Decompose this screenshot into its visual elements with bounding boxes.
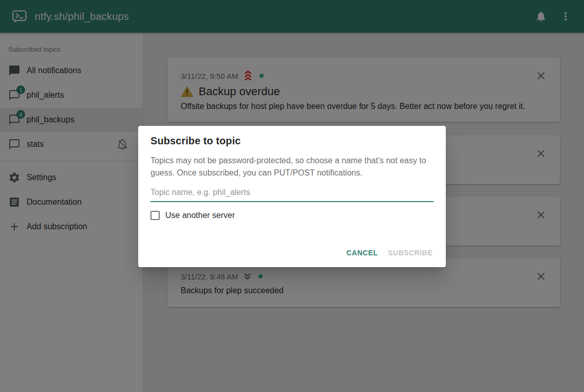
checkbox-label: Use another server (165, 211, 235, 220)
dialog-description: Topics may not be password-protected, so… (150, 155, 434, 179)
cancel-button[interactable]: CANCEL (341, 245, 383, 261)
checkbox-icon (150, 211, 160, 220)
subscribe-dialog: Subscribe to topic Topics may not be pas… (138, 126, 446, 267)
use-another-server-checkbox[interactable]: Use another server (150, 211, 434, 220)
subscribe-button[interactable]: SUBSCRIBE (383, 245, 438, 261)
dialog-actions: CANCEL SUBSCRIBE (341, 245, 438, 261)
topic-name-input[interactable] (150, 186, 434, 202)
dialog-title: Subscribe to topic (150, 126, 434, 147)
